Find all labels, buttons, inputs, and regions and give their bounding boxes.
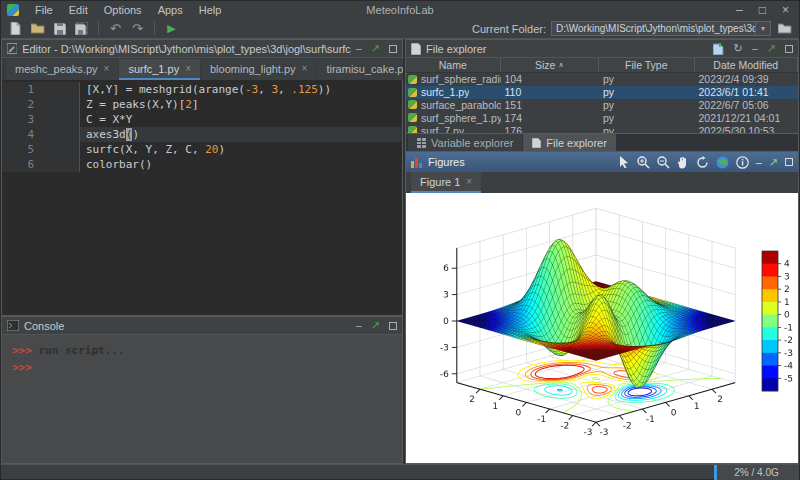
new-file-icon[interactable]: [713, 43, 724, 55]
maximize-panel-icon[interactable]: [389, 322, 397, 330]
run-script-icon[interactable]: ▶: [163, 21, 180, 36]
column-header-name[interactable]: Name: [406, 58, 501, 72]
line-number: 1: [2, 82, 40, 97]
figure-tabbar: Figure 1 ×: [406, 172, 798, 193]
rotate-icon[interactable]: [696, 156, 709, 169]
minimize-panel-icon[interactable]: –: [356, 320, 362, 331]
code-area[interactable]: 1[X,Y] = meshgrid(arange(-3, 3, .125))2Z…: [2, 80, 402, 315]
current-folder-input[interactable]: D:\Working\MIScript\Jython\mis\plot_type…: [551, 21, 771, 36]
editor-tab-blooming_light.py[interactable]: blooming_light.py×: [201, 59, 316, 80]
chevron-down-icon[interactable]: ▾: [755, 22, 770, 35]
file-row-surf_sphere_1.py[interactable]: surf_sphere_1.py174py2021/12/21 04:01: [406, 111, 798, 124]
pan-hand-icon[interactable]: [677, 156, 689, 169]
menu-help[interactable]: Help: [191, 4, 230, 16]
editor-icon: [7, 43, 17, 54]
file-row-surf_7.py[interactable]: surf_7.py176py2022/5/30 10:53: [406, 124, 798, 133]
close-tab-icon[interactable]: ×: [104, 63, 110, 74]
editor-tab-meshc_peaks.py[interactable]: meshc_peaks.py×: [6, 59, 118, 80]
figures-header: Figures – ↗: [406, 152, 798, 172]
save-all-icon[interactable]: [73, 21, 90, 36]
window-controls: – □ ×: [736, 3, 793, 17]
code-text: surfc(X, Y, Z, C, 20): [80, 142, 225, 157]
info-icon[interactable]: [736, 156, 749, 169]
right-column: File explorer ↻ – ↗ NameSize∧File TypeDa…: [405, 39, 799, 464]
code-text: C = X*Y: [80, 112, 132, 127]
code-text: colorbar(): [80, 157, 152, 172]
column-header-size[interactable]: Size∧: [501, 58, 600, 72]
editor-tab-surfc_1.py[interactable]: surfc_1.py×: [119, 59, 200, 80]
figures-icon: [411, 156, 423, 168]
close-tab-icon[interactable]: ×: [302, 63, 308, 74]
code-line[interactable]: 4axes3d(): [2, 127, 402, 142]
line-number: 6: [2, 157, 40, 172]
file-type: py: [599, 99, 695, 111]
maximize-icon[interactable]: □: [759, 3, 766, 17]
figure-tab-label: Figure 1: [420, 176, 460, 188]
close-tab-icon[interactable]: ×: [466, 176, 472, 187]
menu-file[interactable]: File: [27, 4, 61, 16]
select-arrow-icon[interactable]: [619, 156, 630, 168]
tab-file-explorer[interactable]: File explorer: [523, 134, 616, 151]
globe-icon[interactable]: [716, 156, 729, 169]
redo-icon[interactable]: ↷: [129, 21, 146, 36]
menu-apps[interactable]: Apps: [150, 4, 191, 16]
detach-panel-icon[interactable]: ↗: [371, 43, 380, 54]
menu-options[interactable]: Options: [96, 4, 150, 16]
detach-panel-icon[interactable]: ↗: [769, 157, 778, 168]
refresh-icon[interactable]: ↻: [733, 43, 742, 54]
code-line[interactable]: 2Z = peaks(X,Y)[2]: [2, 97, 402, 112]
detach-panel-icon[interactable]: ↗: [371, 320, 380, 331]
titlebar: FileEditOptionsAppsHelp MeteoInfoLab – □…: [1, 1, 799, 19]
minimize-panel-icon[interactable]: –: [756, 157, 762, 168]
menu-edit[interactable]: Edit: [61, 4, 96, 16]
minimize-panel-icon[interactable]: –: [356, 43, 362, 54]
file-table: NameSize∧File TypeDate Modified surf_sph…: [406, 58, 798, 133]
code-line[interactable]: 1[X,Y] = meshgrid(arange(-3, 3, .125)): [2, 82, 402, 97]
undo-icon[interactable]: ↶: [107, 21, 124, 36]
fold-margin: [40, 82, 80, 97]
zoom-out-icon[interactable]: [657, 156, 670, 169]
file-table-header: NameSize∧File TypeDate Modified: [406, 58, 798, 73]
figure-canvas[interactable]: [406, 193, 798, 463]
code-line[interactable]: 6colorbar(): [2, 157, 402, 172]
tab-variable-explorer[interactable]: Variable explorer: [408, 134, 522, 151]
file-row-surface_paraboloid.py[interactable]: surface_paraboloid.py151py2022/6/7 05:06: [406, 99, 798, 112]
plot-area: [406, 193, 798, 463]
fold-margin: [40, 127, 80, 142]
file-type: py: [599, 125, 695, 133]
column-header-date-modified[interactable]: Date Modified: [695, 58, 798, 72]
file-row-surf_sphere_radius.py[interactable]: surf_sphere_radius.py104py2023/2/4 09:39: [406, 73, 798, 86]
column-header-file-type[interactable]: File Type: [599, 58, 695, 72]
maximize-panel-icon[interactable]: [389, 45, 397, 53]
variable-grid-icon: [417, 138, 426, 148]
current-folder-value: D:\Working\MIScript\Jython\mis\plot_type…: [552, 23, 755, 34]
maximize-panel-icon[interactable]: [785, 45, 793, 53]
file-explorer-panel: File explorer ↻ – ↗ NameSize∧File TypeDa…: [405, 39, 799, 134]
close-tab-icon[interactable]: ×: [185, 63, 191, 74]
sort-asc-icon: ∧: [558, 61, 563, 69]
browse-folder-icon[interactable]: [776, 21, 793, 36]
figure-tab[interactable]: Figure 1 ×: [411, 172, 481, 193]
close-icon[interactable]: ×: [782, 3, 789, 17]
code-line[interactable]: 3C = X*Y: [2, 112, 402, 127]
current-folder-group: Current Folder: D:\Working\MIScript\Jyth…: [472, 21, 793, 36]
meteoinfolab-window: FileEditOptionsAppsHelp MeteoInfoLab – □…: [0, 0, 800, 480]
fold-margin: [40, 112, 80, 127]
current-folder-label: Current Folder:: [472, 23, 546, 35]
memory-indicator[interactable]: 2% / 4.0G: [714, 465, 799, 480]
detach-panel-icon[interactable]: ↗: [767, 43, 776, 54]
save-icon[interactable]: [51, 21, 68, 36]
memory-progress-bar: [714, 465, 717, 480]
maximize-panel-icon[interactable]: [785, 158, 793, 166]
memory-label: 2% / 4.0G: [734, 467, 778, 478]
open-folder-icon[interactable]: [29, 21, 46, 36]
code-line[interactable]: 5surfc(X, Y, Z, C, 20): [2, 142, 402, 157]
new-file-icon[interactable]: [7, 21, 24, 36]
zoom-in-icon[interactable]: [637, 156, 650, 169]
toolbar-separator: [154, 22, 155, 35]
console-body[interactable]: >>> run script...>>>: [2, 335, 402, 463]
file-row-surfc_1.py[interactable]: surfc_1.py110py2023/6/1 01:41: [406, 86, 798, 99]
minimize-panel-icon[interactable]: –: [752, 43, 758, 54]
minimize-icon[interactable]: –: [736, 3, 743, 17]
tab-label: tiramisu_cake.py: [326, 63, 409, 75]
